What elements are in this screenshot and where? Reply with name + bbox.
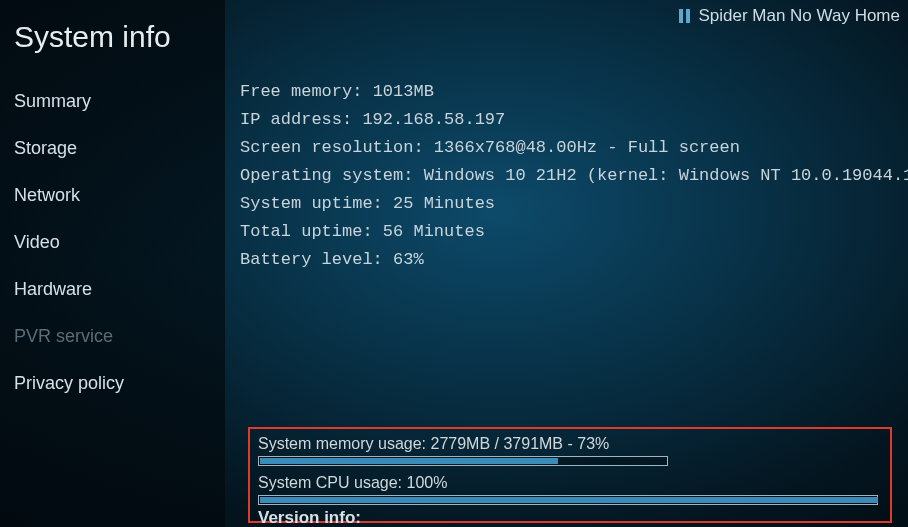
sidebar-item-label: Network (14, 185, 80, 205)
sidebar-item-storage[interactable]: Storage (0, 125, 225, 172)
nowplaying-title: Spider Man No Way Home (698, 6, 900, 26)
sidebar-item-label: Summary (14, 91, 91, 111)
cpu-usage-bar (258, 495, 878, 505)
sidebar-item-video[interactable]: Video (0, 219, 225, 266)
memory-usage-bar (258, 456, 668, 466)
sidebar-item-privacy-policy[interactable]: Privacy policy (0, 360, 225, 407)
sidebar-item-network[interactable]: Network (0, 172, 225, 219)
info-total-uptime: Total uptime: 56 Minutes (240, 218, 900, 246)
memory-usage-label: System memory usage: 2779MB / 3791MB - 7… (258, 435, 882, 453)
sidebar-menu: Summary Storage Network Video Hardware P… (0, 78, 225, 407)
info-battery-level: Battery level: 63% (240, 246, 900, 274)
main-info-panel: Free memory: 1013MB IP address: 192.168.… (240, 78, 900, 274)
page-title: System info (0, 8, 225, 78)
info-screen-resolution: Screen resolution: 1366x768@48.00Hz - Fu… (240, 134, 900, 162)
cpu-usage-fill (260, 497, 878, 503)
version-info-label: Version info: (258, 508, 361, 527)
sidebar-item-label: Hardware (14, 279, 92, 299)
info-operating-system: Operating system: Windows 10 21H2 (kerne… (240, 162, 900, 190)
sidebar-item-summary[interactable]: Summary (0, 78, 225, 125)
sidebar-item-label: Storage (14, 138, 77, 158)
pause-icon (679, 9, 690, 23)
sidebar: System info Summary Storage Network Vide… (0, 0, 225, 527)
info-system-uptime: System uptime: 25 Minutes (240, 190, 900, 218)
sidebar-item-label: Privacy policy (14, 373, 124, 393)
sidebar-item-label: PVR service (14, 326, 113, 346)
info-free-memory: Free memory: 1013MB (240, 78, 900, 106)
info-ip-address: IP address: 192.168.58.197 (240, 106, 900, 134)
sidebar-item-hardware[interactable]: Hardware (0, 266, 225, 313)
cpu-usage-label: System CPU usage: 100% (258, 474, 882, 492)
nowplaying-indicator[interactable]: Spider Man No Way Home (679, 6, 900, 26)
sidebar-item-pvr-service[interactable]: PVR service (0, 313, 225, 360)
memory-usage-fill (260, 458, 558, 464)
sidebar-item-label: Video (14, 232, 60, 252)
